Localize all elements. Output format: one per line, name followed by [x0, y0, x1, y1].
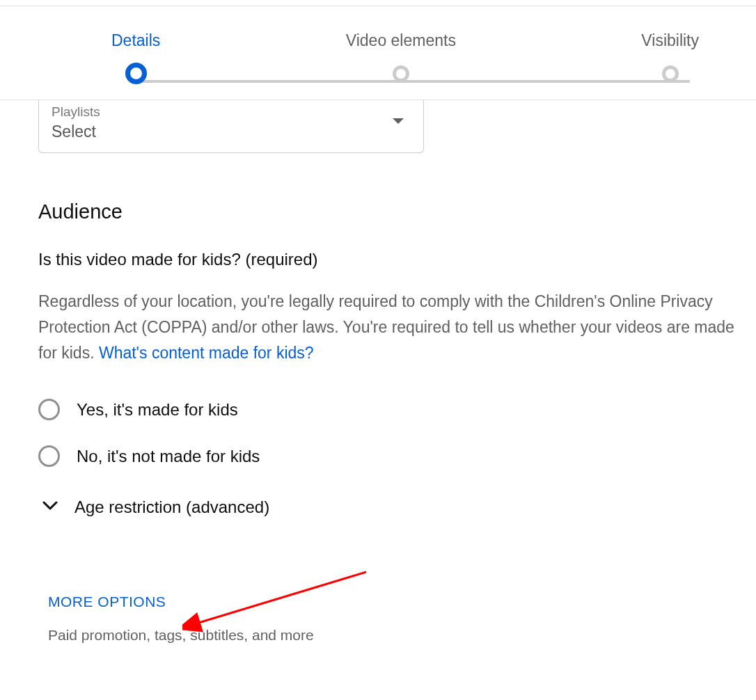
step-details-circle: [125, 63, 147, 84]
kids-content-link[interactable]: What's content made for kids?: [99, 344, 314, 362]
radio-yes-label: Yes, it's made for kids: [77, 400, 238, 420]
playlists-field-label: Playlists: [52, 104, 411, 120]
stepper-nav: Details Video elements Visibility: [0, 6, 756, 100]
more-options-label: MORE OPTIONS: [48, 594, 718, 610]
age-restriction-label: Age restriction (advanced): [74, 498, 269, 517]
radio-circle-icon: [38, 445, 60, 467]
radio-made-for-kids-yes[interactable]: Yes, it's made for kids: [38, 399, 718, 420]
playlists-select[interactable]: Playlists Select: [38, 100, 424, 153]
dropdown-arrow-icon: [393, 118, 404, 124]
chevron-down-icon: [42, 500, 58, 514]
radio-circle-icon: [38, 399, 60, 420]
radio-made-for-kids-no[interactable]: No, it's not made for kids: [38, 445, 718, 467]
step-visibility-circle: [662, 65, 679, 82]
audience-title: Audience: [38, 200, 718, 223]
step-video-elements-circle: [393, 65, 409, 82]
step-visibility-label: Visibility: [641, 31, 699, 50]
audience-radio-group: Yes, it's made for kids No, it's not mad…: [38, 399, 718, 467]
step-details-label: Details: [111, 31, 160, 50]
step-video-elements-label: Video elements: [346, 31, 456, 50]
audience-description: Regardless of your location, you're lega…: [38, 289, 741, 365]
more-options-section[interactable]: MORE OPTIONS Paid promotion, tags, subti…: [48, 594, 718, 644]
radio-no-label: No, it's not made for kids: [77, 447, 260, 466]
step-visibility[interactable]: Visibility: [641, 31, 699, 82]
step-details[interactable]: Details: [111, 31, 160, 84]
audience-subtitle: Is this video made for kids? (required): [38, 250, 718, 269]
step-video-elements[interactable]: Video elements: [346, 31, 456, 82]
age-restriction-toggle[interactable]: Age restriction (advanced): [38, 498, 718, 517]
playlists-value: Select: [52, 122, 411, 141]
more-options-description: Paid promotion, tags, subtitles, and mor…: [48, 627, 718, 644]
main-content: Playlists Select Audience Is this video …: [0, 100, 756, 644]
